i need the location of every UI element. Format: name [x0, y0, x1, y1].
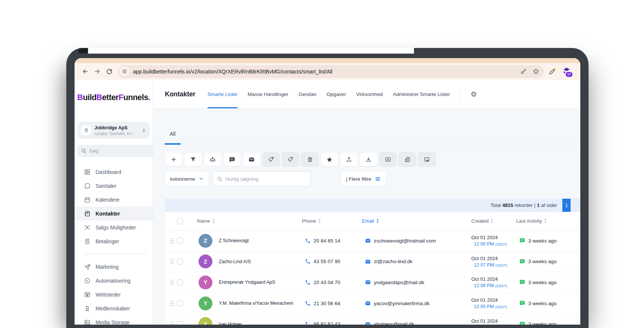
url-input[interactable] — [133, 69, 515, 75]
sidebar-item-automatisering[interactable]: Automatisering — [75, 274, 153, 288]
contact-phone[interactable]: 43 55 07 90 — [302, 259, 362, 264]
table-row[interactable]: Z Z Schneevoigt 20 84 65 14 zschneevoigt… — [165, 231, 580, 252]
account-switcher[interactable]: Jobbridge ApS Lyngby Taarbæk, Ko... — [78, 122, 150, 139]
contact-email[interactable]: zschneevoigt@hotmail.com — [362, 238, 468, 244]
tab-gendan[interactable]: Gendan — [299, 80, 317, 108]
sidebar-search[interactable]: ⌘ K — [78, 145, 153, 157]
row-checkbox[interactable] — [177, 259, 183, 265]
tab-smarte-lister[interactable]: Smarte Lister — [208, 80, 238, 108]
send-email-button[interactable] — [243, 152, 260, 166]
back-button[interactable] — [79, 66, 91, 78]
bookmark-star-icon[interactable] — [532, 68, 539, 75]
funnel-extension-icon[interactable]: 17 — [562, 67, 571, 76]
sidebar-search-input[interactable] — [89, 148, 153, 154]
ai-bot-button[interactable] — [204, 152, 221, 166]
tab-administrer-smarte-lister[interactable]: Administrer Smarte Lister — [393, 80, 450, 108]
sidebar-item-samtaler[interactable]: Samtaler — [75, 179, 153, 193]
device-frame: 17 BuildBetterFunnels. Jobbridge ApS Lyn… — [66, 48, 589, 328]
contact-name[interactable]: Z Schneevoigt — [216, 238, 302, 243]
sidebar-item-media-storage[interactable]: Media Storage — [75, 315, 153, 325]
column-header-last-activity[interactable]: Last Activity — [516, 218, 580, 224]
company-button[interactable] — [399, 152, 416, 166]
add-tag-button[interactable] — [262, 152, 280, 166]
grid-icon — [84, 169, 91, 175]
select-all-checkbox[interactable] — [177, 218, 183, 224]
contact-phone[interactable]: 86 92 62 43 — [302, 321, 362, 325]
column-header-phone[interactable]: Phone — [302, 218, 362, 224]
table-row[interactable]: Y Y.M. Malerfirma v/Yacov Menachem 21 30… — [165, 293, 580, 314]
column-header-created[interactable]: Created — [468, 218, 516, 224]
more-filters-button[interactable]: | Flere filtre — [341, 171, 386, 186]
avatar: Y — [199, 276, 212, 289]
table-row[interactable]: Z Zacho-Lind A/S 43 55 07 90 zl@zacho-li… — [165, 252, 580, 273]
contact-name[interactable]: Y.M. Malerfirma v/Yacov Menachem — [216, 301, 302, 306]
password-key-icon[interactable] — [520, 68, 527, 75]
remove-tag-button[interactable] — [282, 152, 299, 166]
contact-name[interactable]: Zacho-Lind A/S — [216, 259, 302, 264]
row-checkbox[interactable] — [177, 321, 183, 325]
site-settings-icon[interactable] — [120, 66, 130, 76]
sidebar-item-kontakter[interactable]: Kontakter — [75, 207, 153, 220]
table-row[interactable]: X Iver Holger 86 92 62 43 xholgerx@mail.… — [165, 314, 580, 325]
gear-icon[interactable]: ⚙ — [471, 91, 477, 98]
chat-bubble-icon — [84, 183, 91, 189]
add-contact-button[interactable] — [165, 152, 182, 166]
chevron-down-icon — [199, 176, 204, 181]
contact-email[interactable]: zl@zacho-lind.dk — [362, 259, 468, 265]
sidebar-item-websteder[interactable]: Websteder — [75, 288, 153, 301]
column-header-name[interactable]: Name — [190, 218, 302, 224]
drag-handle-icon[interactable] — [169, 300, 174, 307]
chat-activity-icon — [519, 259, 525, 265]
drag-handle-icon[interactable] — [169, 258, 174, 265]
tab-opgaver[interactable]: Opgaver — [327, 80, 346, 108]
sort-icon — [490, 219, 493, 223]
import-button[interactable] — [360, 152, 377, 166]
contact-email[interactable]: yacov@ymmalerfirma.dk — [362, 300, 468, 306]
building-icon — [404, 156, 411, 163]
tab-all[interactable]: All — [165, 131, 181, 145]
sidebar-item-salgs-muligheder[interactable]: Salgs Muligheder — [75, 220, 153, 234]
column-header-email[interactable]: Email — [362, 218, 468, 224]
address-bar[interactable] — [118, 65, 544, 78]
table-row[interactable]: Y Entreprenør Yndgaard ApS 20 43 04 70 y… — [165, 272, 580, 293]
row-checkbox[interactable] — [177, 279, 183, 285]
sidebar-item-betalinger[interactable]: Betalinger — [75, 234, 153, 248]
quick-search[interactable] — [212, 171, 311, 186]
quick-search-input[interactable] — [226, 176, 306, 182]
contact-email[interactable]: xholgerx@mail.dk — [362, 321, 468, 325]
export-button[interactable] — [340, 152, 358, 166]
verify-email-button[interactable] — [379, 152, 397, 166]
sidebar-item-kalendere[interactable]: Kalendere — [75, 193, 153, 207]
contact-email[interactable]: yndgaardaps@mail.dk — [362, 279, 468, 285]
drag-handle-icon[interactable] — [169, 238, 174, 244]
drag-handle-icon[interactable] — [169, 279, 174, 286]
created-cell: Oct 01 202412:00 PM (CEST) — [468, 297, 516, 309]
row-checkbox[interactable] — [177, 238, 183, 244]
eyedropper-extension-icon[interactable] — [548, 67, 556, 75]
contact-phone[interactable]: 21 30 56 64 — [302, 301, 362, 306]
drag-handle-icon[interactable] — [169, 321, 174, 325]
page-1-button[interactable]: 1 — [562, 199, 571, 212]
tab-virksomhed[interactable]: Virksomhed — [356, 80, 383, 108]
sidebar-item-dashboard[interactable]: Dashboard — [75, 165, 153, 179]
search-icon — [217, 176, 223, 182]
forward-button[interactable] — [91, 66, 103, 78]
contact-name[interactable]: Entreprenør Yndgaard ApS — [216, 280, 302, 285]
columns-button[interactable]: kolonnerne — [165, 171, 209, 186]
picture-frame-button[interactable] — [418, 152, 436, 166]
sidebar-item-marketing[interactable]: Marketing — [75, 260, 153, 274]
favorite-button[interactable] — [321, 152, 338, 166]
tab-masse-handlinger[interactable]: Masse Handlinger — [248, 80, 288, 108]
payment-receipt-icon — [84, 238, 91, 245]
created-cell: Oct 01 202411:41 AM (CEST) — [468, 318, 516, 325]
sidebar-item-medlemskaber[interactable]: Medlemskaber — [75, 301, 153, 315]
send-sms-button[interactable] — [223, 152, 241, 166]
reload-button[interactable] — [103, 66, 115, 78]
envelope-icon — [365, 321, 371, 325]
contact-phone[interactable]: 20 43 04 70 — [302, 280, 362, 285]
contact-phone[interactable]: 20 84 65 14 — [302, 238, 362, 244]
contact-name[interactable]: Iver Holger — [216, 322, 302, 325]
delete-button[interactable] — [301, 152, 319, 166]
row-checkbox[interactable] — [177, 300, 183, 306]
filter-button[interactable] — [184, 152, 202, 166]
